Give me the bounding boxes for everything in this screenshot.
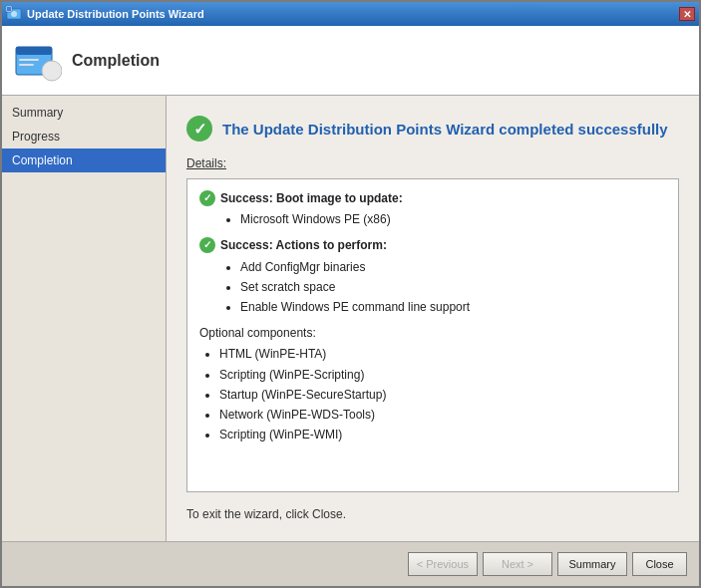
footer: < Previous Next > Summary Close: [2, 541, 699, 586]
svg-point-6: [42, 61, 62, 81]
next-button[interactable]: Next >: [483, 552, 552, 576]
wizard-window: Update Distribution Points Wizard ✕ Comp…: [0, 0, 701, 588]
detail-entry-1: ✓ Success: Boot image to update: Microso…: [199, 189, 666, 230]
svg-rect-3: [7, 7, 11, 11]
list-item: Add ConfigMgr binaries: [240, 258, 470, 277]
summary-button[interactable]: Summary: [557, 552, 627, 576]
content-area: Summary Progress Completion ✓ The Update…: [2, 96, 699, 541]
header-area: Completion: [2, 26, 699, 96]
sidebar: Summary Progress Completion: [2, 96, 167, 541]
window-title: Update Distribution Points Wizard: [27, 8, 204, 20]
svg-rect-5: [16, 47, 52, 55]
optional-section: Optional components: HTML (WinPE-HTA) Sc…: [199, 324, 666, 444]
list-item: HTML (WinPE-HTA): [219, 345, 666, 364]
previous-button[interactable]: < Previous: [408, 552, 478, 576]
svg-rect-7: [19, 59, 39, 61]
header-wizard-icon: [14, 37, 62, 85]
exit-text: To exit the wizard, click Close.: [186, 507, 679, 521]
details-label: Details:: [186, 156, 679, 170]
list-item: Scripting (WinPE-WMI): [219, 426, 666, 444]
success-check-icon: ✓: [186, 116, 212, 142]
list-item: Enable Windows PE command line support: [240, 298, 470, 317]
sidebar-item-summary[interactable]: Summary: [2, 101, 166, 125]
wizard-icon: [6, 6, 22, 22]
svg-rect-8: [19, 64, 34, 66]
list-item: Scripting (WinPE-Scripting): [219, 366, 666, 385]
detail-1-title: Success: Boot image to update:: [220, 191, 403, 205]
list-item: Set scratch space: [240, 278, 470, 297]
detail-2-bullets: Add ConfigMgr binaries Set scratch space…: [240, 258, 470, 318]
close-window-button[interactable]: ✕: [679, 7, 695, 21]
header-title: Completion: [72, 52, 160, 70]
success-icon-1: ✓: [199, 190, 215, 206]
main-content: ✓ The Update Distribution Points Wizard …: [167, 96, 699, 541]
success-header: ✓ The Update Distribution Points Wizard …: [186, 116, 679, 142]
close-button[interactable]: Close: [632, 552, 687, 576]
optional-bullets: HTML (WinPE-HTA) Scripting (WinPE-Script…: [219, 345, 666, 444]
detail-2-title: Success: Actions to perform:: [220, 238, 387, 252]
title-bar-left: Update Distribution Points Wizard: [6, 6, 204, 22]
details-box: ✓ Success: Boot image to update: Microso…: [186, 178, 679, 492]
success-title: The Update Distribution Points Wizard co…: [222, 121, 668, 138]
success-icon-2: ✓: [199, 237, 215, 253]
optional-label: Optional components:: [199, 326, 316, 340]
title-bar: Update Distribution Points Wizard ✕: [2, 2, 699, 26]
sidebar-item-progress[interactable]: Progress: [2, 125, 166, 148]
list-item: Network (WinPE-WDS-Tools): [219, 406, 666, 425]
detail-entry-2: ✓ Success: Actions to perform: Add Confi…: [199, 236, 666, 318]
detail-1-bullets: Microsoft Windows PE (x86): [240, 210, 403, 229]
sidebar-item-completion[interactable]: Completion: [2, 148, 166, 172]
list-item: Startup (WinPE-SecureStartup): [219, 386, 666, 405]
list-item: Microsoft Windows PE (x86): [240, 210, 403, 229]
